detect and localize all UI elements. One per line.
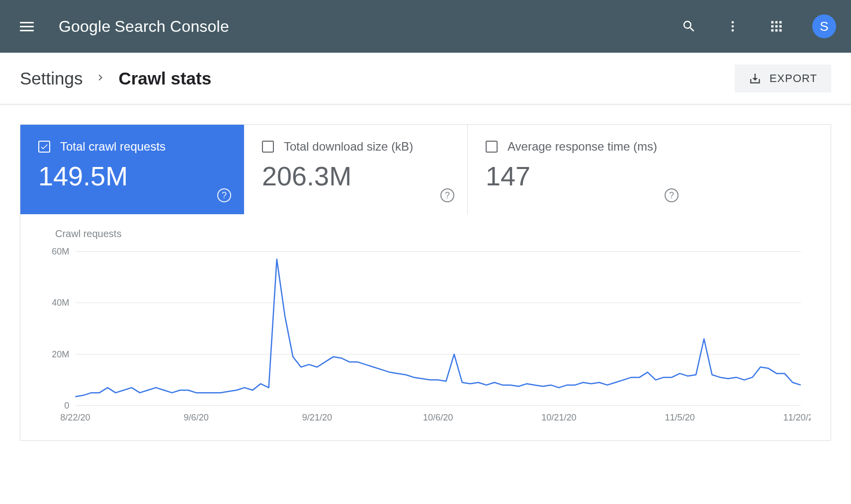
chart-title: Crawl requests	[55, 228, 811, 240]
apps-button[interactable]	[765, 14, 788, 38]
metric-label: Total crawl requests	[60, 140, 166, 154]
logo-product: Search Console	[114, 17, 229, 36]
breadcrumb-parent[interactable]: Settings	[20, 69, 83, 88]
download-icon	[749, 72, 762, 85]
chart-area: Crawl requests 020M40M60M8/22/209/6/209/…	[20, 214, 831, 440]
svg-rect-5	[779, 21, 782, 24]
metric-cards-row: Total crawl requests 149.5M ? Total down…	[20, 125, 831, 214]
svg-text:10/21/20: 10/21/20	[541, 413, 576, 422]
checkbox-icon	[486, 141, 498, 153]
svg-text:9/6/20: 9/6/20	[184, 413, 209, 422]
metric-value: 149.5M	[38, 161, 226, 191]
metric-avg-response-time[interactable]: Average response time (ms) 147 ?	[468, 125, 691, 214]
svg-text:11/20/20: 11/20/20	[783, 413, 811, 422]
page-title: Crawl stats	[118, 69, 211, 88]
svg-rect-4	[775, 21, 778, 24]
more-vert-icon	[726, 19, 740, 33]
svg-point-2	[732, 29, 734, 32]
svg-point-1	[732, 25, 734, 28]
svg-text:8/22/20: 8/22/20	[60, 413, 90, 422]
menu-button[interactable]	[15, 14, 39, 38]
product-logo: Google Search Console	[59, 17, 229, 36]
search-button[interactable]	[677, 14, 701, 38]
svg-rect-9	[771, 29, 774, 32]
svg-rect-11	[779, 29, 782, 32]
svg-text:40M: 40M	[52, 298, 69, 308]
svg-rect-10	[775, 29, 778, 32]
subheader: Settings Crawl stats EXPORT	[0, 53, 851, 104]
help-icon[interactable]: ?	[217, 188, 231, 202]
svg-text:9/21/20: 9/21/20	[302, 413, 332, 422]
svg-rect-8	[779, 25, 782, 28]
export-label: EXPORT	[769, 72, 817, 85]
logo-google: Google	[59, 17, 110, 36]
app-header: Google Search Console S	[0, 0, 851, 53]
avatar-initial: S	[820, 19, 828, 34]
svg-text:0: 0	[64, 401, 69, 411]
metric-total-download-size[interactable]: Total download size (kB) 206.3M ?	[244, 125, 468, 214]
svg-text:11/5/20: 11/5/20	[665, 413, 694, 422]
search-icon	[681, 19, 696, 34]
svg-text:60M: 60M	[52, 247, 69, 256]
export-button[interactable]: EXPORT	[735, 65, 831, 92]
svg-text:10/6/20: 10/6/20	[423, 413, 453, 422]
help-icon[interactable]: ?	[440, 188, 454, 202]
more-options-button[interactable]	[721, 14, 745, 38]
metric-value: 147	[486, 161, 674, 191]
checkbox-icon	[262, 141, 274, 153]
svg-text:20M: 20M	[52, 349, 69, 359]
metric-total-crawl-requests[interactable]: Total crawl requests 149.5M ?	[20, 125, 244, 214]
svg-rect-6	[771, 25, 774, 28]
chevron-right-icon	[94, 72, 106, 85]
line-chart: 020M40M60M8/22/209/6/209/21/2010/6/2010/…	[40, 247, 811, 425]
metric-label: Average response time (ms)	[508, 140, 657, 154]
crawl-stats-card: Total crawl requests 149.5M ? Total down…	[20, 124, 831, 441]
menu-icon	[20, 19, 34, 34]
help-icon[interactable]: ?	[665, 188, 679, 202]
metric-value: 206.3M	[262, 161, 449, 191]
metric-label: Total download size (kB)	[284, 140, 413, 154]
svg-point-0	[732, 21, 734, 24]
svg-rect-7	[775, 25, 778, 28]
apps-icon	[769, 19, 783, 33]
svg-rect-3	[771, 21, 774, 24]
checkbox-icon	[38, 141, 50, 153]
avatar[interactable]: S	[812, 14, 836, 38]
content: Total crawl requests 149.5M ? Total down…	[0, 104, 851, 461]
